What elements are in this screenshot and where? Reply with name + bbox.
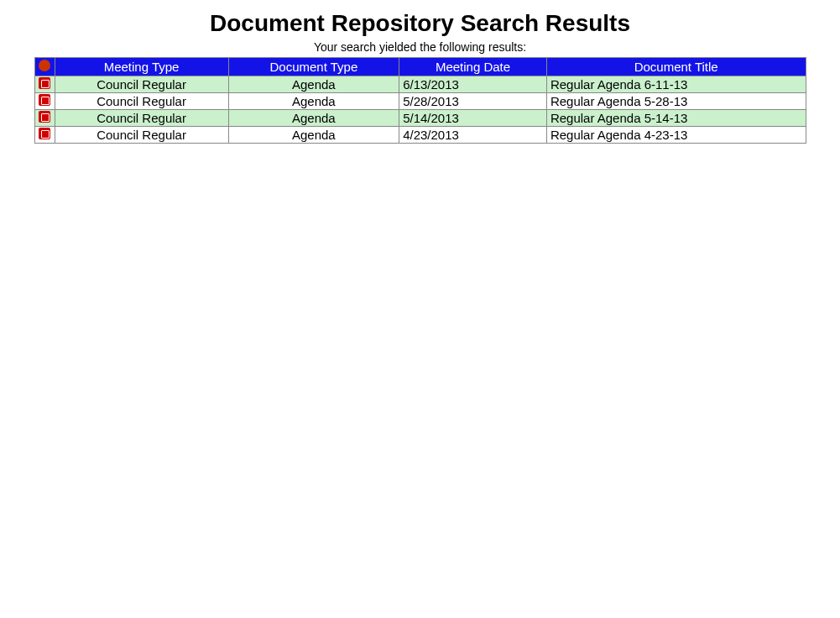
cell-meeting-type: Council Regular bbox=[55, 110, 228, 127]
table-row[interactable]: Council RegularAgenda5/28/2013Regular Ag… bbox=[34, 93, 806, 110]
pdf-icon[interactable] bbox=[34, 110, 55, 127]
cell-meeting-date: 4/23/2013 bbox=[399, 127, 547, 144]
table-row[interactable]: Council RegularAgenda4/23/2013Regular Ag… bbox=[34, 127, 806, 144]
cell-document-type: Agenda bbox=[228, 76, 399, 93]
cell-document-type: Agenda bbox=[228, 110, 399, 127]
results-intro: Your search yielded the following result… bbox=[0, 40, 840, 54]
col-document-title: Document Title bbox=[546, 58, 806, 76]
cell-meeting-type: Council Regular bbox=[55, 127, 228, 144]
cell-document-title: Regular Agenda 5-14-13 bbox=[546, 110, 806, 127]
page-title: Document Repository Search Results bbox=[0, 10, 840, 37]
pdf-header-icon bbox=[34, 58, 55, 76]
cell-meeting-type: Council Regular bbox=[55, 76, 228, 93]
cell-meeting-type: Council Regular bbox=[55, 93, 228, 110]
cell-document-title: Regular Agenda 4-23-13 bbox=[546, 127, 806, 144]
cell-meeting-date: 6/13/2013 bbox=[399, 76, 547, 93]
cell-meeting-date: 5/28/2013 bbox=[399, 93, 547, 110]
cell-document-title: Regular Agenda 5-28-13 bbox=[546, 93, 806, 110]
table-row[interactable]: Council RegularAgenda5/14/2013Regular Ag… bbox=[34, 110, 806, 127]
cell-document-type: Agenda bbox=[228, 93, 399, 110]
results-table: Meeting Type Document Type Meeting Date … bbox=[34, 57, 806, 144]
col-meeting-date: Meeting Date bbox=[399, 58, 547, 76]
table-row[interactable]: Council RegularAgenda6/13/2013Regular Ag… bbox=[34, 76, 806, 93]
cell-meeting-date: 5/14/2013 bbox=[399, 110, 547, 127]
pdf-icon[interactable] bbox=[34, 93, 55, 110]
col-document-type: Document Type bbox=[228, 58, 399, 76]
pdf-icon[interactable] bbox=[34, 127, 55, 144]
pdf-icon[interactable] bbox=[34, 76, 55, 93]
cell-document-type: Agenda bbox=[228, 127, 399, 144]
col-meeting-type: Meeting Type bbox=[55, 58, 228, 76]
cell-document-title: Regular Agenda 6-11-13 bbox=[546, 76, 806, 93]
